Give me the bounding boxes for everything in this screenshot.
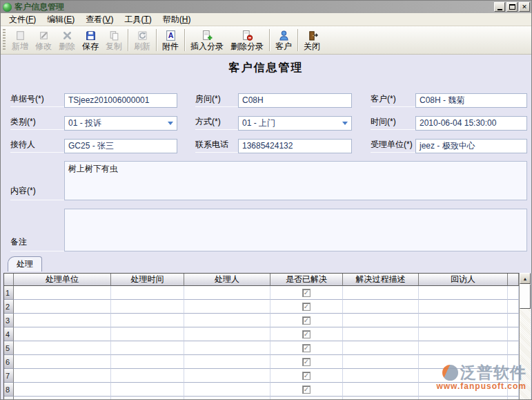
row-number-cell[interactable]: 6 <box>4 355 14 369</box>
grid-cell[interactable] <box>343 314 419 327</box>
scroll-up-button[interactable]: ▲ <box>520 273 531 284</box>
menu-item-tools[interactable]: 工具(T) <box>119 12 157 27</box>
grid-cell[interactable] <box>343 327 419 341</box>
grid-cell[interactable] <box>184 397 270 399</box>
column-header-3[interactable]: 处理人 <box>184 274 270 286</box>
resolved-checkbox[interactable] <box>302 316 311 325</box>
grid-cell[interactable] <box>270 341 343 355</box>
resolved-checkbox[interactable] <box>302 399 311 400</box>
menu-item-view[interactable]: 查看(V) <box>80 12 119 27</box>
grid-cell[interactable] <box>111 300 184 314</box>
grid-cell[interactable] <box>419 397 508 399</box>
grid-cell[interactable] <box>270 383 343 397</box>
menu-item-file[interactable]: 文件(F) <box>3 12 41 27</box>
toolbar-grip-handle[interactable] <box>3 29 6 51</box>
receptionist-field[interactable]: GC25 - 张三 <box>64 139 177 153</box>
grid-cell[interactable] <box>419 327 508 341</box>
close-button[interactable]: 关闭 <box>300 27 324 53</box>
phone-field[interactable]: 13685424132 <box>238 139 352 153</box>
grid-cell[interactable] <box>270 300 343 314</box>
grid-cell[interactable] <box>184 341 270 355</box>
resolved-checkbox[interactable] <box>302 289 311 297</box>
grid-cell[interactable] <box>184 327 270 341</box>
grid-cell[interactable] <box>14 397 111 399</box>
grid-cell[interactable] <box>14 327 111 341</box>
grid-cell[interactable] <box>111 327 184 341</box>
grid-cell[interactable] <box>343 341 419 355</box>
grid-cell[interactable] <box>343 355 419 369</box>
resolved-checkbox[interactable] <box>302 358 311 366</box>
vertical-scrollbar[interactable]: ▲ <box>519 273 531 399</box>
grid-cell[interactable] <box>270 355 343 369</box>
column-header-6[interactable]: 回访人 <box>419 274 508 286</box>
row-number-cell[interactable]: 4 <box>4 327 14 341</box>
grid-cell[interactable] <box>343 383 419 397</box>
grid-cell[interactable] <box>111 397 184 399</box>
grid-cell[interactable] <box>111 314 184 327</box>
customer-button[interactable]: 客户 <box>272 27 295 53</box>
time-field[interactable]: 2010-06-04 15:30:00 <box>415 116 527 131</box>
attachment-button[interactable]: A附件 <box>159 27 182 53</box>
column-header-2[interactable]: 处理时间 <box>111 274 184 286</box>
grid-cell[interactable] <box>111 341 184 355</box>
grid-cell[interactable] <box>111 383 184 397</box>
row-number-cell[interactable]: 7 <box>4 369 14 383</box>
grid-cell[interactable] <box>270 314 343 327</box>
doc-number-field[interactable]: TSjeez201006000001 <box>64 93 177 108</box>
remarks-textarea[interactable] <box>64 209 527 251</box>
resolved-checkbox[interactable] <box>302 372 311 380</box>
grid-cell[interactable] <box>14 369 111 383</box>
grid-cell[interactable] <box>111 369 184 383</box>
grid-cell[interactable] <box>419 300 508 314</box>
content-textarea[interactable]: 树上树下有虫 <box>64 161 527 200</box>
grid-cell[interactable] <box>419 355 508 369</box>
tab-processing[interactable]: 处理 <box>8 256 42 272</box>
scrollbar-thumb[interactable] <box>520 284 531 309</box>
row-number-cell[interactable]: 3 <box>4 314 14 327</box>
resolved-checkbox[interactable] <box>302 344 311 352</box>
close-window-button[interactable]: ✕ <box>519 2 530 12</box>
grid-cell[interactable] <box>270 397 343 399</box>
grid-cell[interactable] <box>270 327 343 341</box>
grid-cell[interactable] <box>343 286 419 300</box>
grid-cell[interactable] <box>14 341 111 355</box>
grid-cell[interactable] <box>184 286 270 300</box>
grid-cell[interactable] <box>184 314 270 327</box>
grid-cell[interactable] <box>111 286 184 300</box>
minimize-button[interactable] <box>494 2 505 12</box>
handling-unit-field[interactable]: jeez - 极致中心 <box>415 139 527 153</box>
room-field[interactable]: C08H <box>238 93 352 108</box>
delete-entry-button[interactable]: 删除分录 <box>227 27 267 53</box>
column-header-5[interactable]: 解决过程描述 <box>343 274 419 286</box>
grid-cell[interactable] <box>14 300 111 314</box>
customer-field[interactable]: C08H - 魏菊 <box>415 93 527 108</box>
grid-cell[interactable] <box>14 314 111 327</box>
grid-cell[interactable] <box>14 355 111 369</box>
insert-entry-button[interactable]: 插入分录 <box>187 27 227 53</box>
row-number-cell[interactable]: 8 <box>4 383 14 397</box>
menu-item-edit[interactable]: 编辑(E) <box>41 12 80 27</box>
menu-item-help[interactable]: 帮助(H) <box>157 12 197 27</box>
grid-cell[interactable] <box>270 369 343 383</box>
grid-cell[interactable] <box>343 397 419 399</box>
grid-cell[interactable] <box>184 369 270 383</box>
category-combo[interactable]: 01 - 投诉 <box>64 116 177 131</box>
save-button[interactable]: 保存 <box>79 27 102 53</box>
row-number-cell[interactable]: 5 <box>4 341 14 355</box>
grid-cell[interactable] <box>14 383 111 397</box>
grid-cell[interactable] <box>111 355 184 369</box>
resolved-checkbox[interactable] <box>302 385 311 394</box>
grid-cell[interactable] <box>184 300 270 314</box>
dropdown-arrow-icon[interactable] <box>342 122 348 125</box>
grid-cell[interactable] <box>419 383 508 397</box>
resolved-checkbox[interactable] <box>302 330 311 339</box>
dropdown-arrow-icon[interactable] <box>168 122 173 125</box>
grid-cell[interactable] <box>270 286 343 300</box>
column-header-1[interactable]: 处理单位 <box>14 274 111 286</box>
grid-cell[interactable] <box>419 286 508 300</box>
grid-cell[interactable] <box>14 286 111 300</box>
maximize-button[interactable] <box>506 2 518 12</box>
grid-cell[interactable] <box>419 341 508 355</box>
grid-cell[interactable] <box>343 300 419 314</box>
resolved-checkbox[interactable] <box>302 303 311 311</box>
